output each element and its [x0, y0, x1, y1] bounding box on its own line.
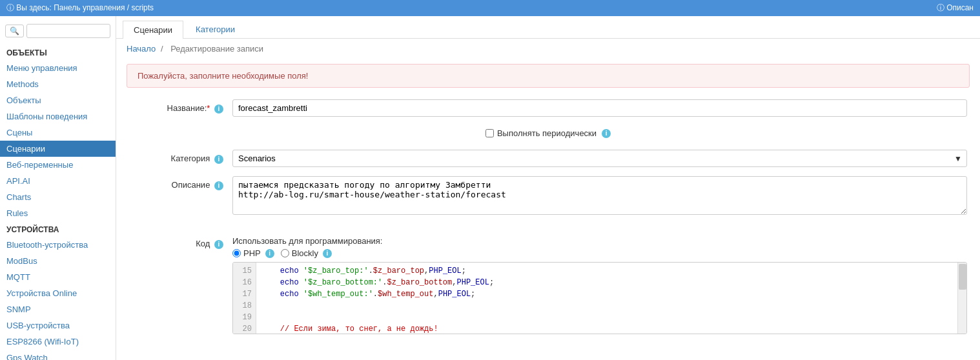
- form-row-description: Описание i пытаемся предсказать погоду п…: [129, 176, 967, 217]
- checkbox-row-periodic: Выполнять периодически i: [129, 126, 967, 141]
- php-label: PHP: [243, 248, 261, 258]
- sidebar: 🔍 ОБЪЕКТЫ Меню управления Methods Объект…: [0, 16, 116, 360]
- tab-categories[interactable]: Категории: [185, 20, 246, 38]
- code-editor: 15 16 17 18 19 20 echo '$z_baro_top:'.$z…: [232, 262, 967, 334]
- code-label-row: Код i Использовать для программирования:…: [129, 236, 967, 334]
- sidebar-item-api-ai[interactable]: API.AI: [0, 173, 116, 189]
- name-input[interactable]: [232, 99, 967, 117]
- description-label: Описание i: [129, 176, 232, 190]
- panel-link[interactable]: Панель управления: [54, 3, 125, 12]
- name-field: [232, 99, 967, 117]
- line-num-17: 17: [237, 288, 252, 300]
- php-radio-option: PHP i: [232, 248, 274, 258]
- category-label: Категория i: [129, 150, 232, 164]
- line-num-19: 19: [237, 312, 252, 323]
- sidebar-item-menu[interactable]: Меню управления: [0, 60, 116, 76]
- top-bar: ⓘ Вы здесь: Панель управления / scripts …: [0, 0, 980, 16]
- breadcrumb-current: scripts: [131, 3, 154, 12]
- code-label: Код i: [129, 236, 232, 249]
- breadcrumb: Начало / Редактирование записи: [116, 39, 980, 59]
- required-star: *: [207, 103, 210, 113]
- sidebar-item-scenes[interactable]: Сцены: [0, 125, 116, 141]
- sidebar-item-objects[interactable]: Объекты: [0, 92, 116, 108]
- code-line-17: echo '$wh_temp_out:'.$wh_temp_out,PHP_EO…: [261, 288, 961, 300]
- code-line-15: echo '$z_baro_top:'.$z_baro_top,PHP_EOL;: [261, 265, 961, 277]
- breadcrumb-home[interactable]: Начало: [127, 44, 156, 54]
- alert-text: Пожалуйста, заполните необходимые поля!: [138, 71, 308, 81]
- php-radio[interactable]: [232, 249, 241, 257]
- sidebar-item-scenarios[interactable]: Сценарии: [0, 141, 116, 157]
- tabs-container: Сценарии Категории: [116, 16, 980, 39]
- code-line-19: [261, 312, 961, 323]
- category-field: Scenarios ▼: [232, 150, 967, 167]
- alert-warning: Пожалуйста, заполните необходимые поля!: [127, 64, 970, 88]
- sidebar-item-snmp[interactable]: SNMP: [0, 301, 116, 317]
- sidebar-item-devices-online[interactable]: Устройства Online: [0, 285, 116, 301]
- line-numbers: 15 16 17 18 19 20: [233, 263, 256, 334]
- code-lines: 15 16 17 18 19 20 echo '$z_baro_top:'.$z…: [233, 263, 966, 334]
- code-content[interactable]: echo '$z_baro_top:'.$z_baro_top,PHP_EOL;…: [256, 263, 966, 334]
- radio-row: PHP i Blockly i: [232, 248, 967, 258]
- section-title-objects: ОБЪЕКТЫ: [0, 45, 116, 60]
- form-container: Название:* i Выполнять периодически i Ка: [116, 93, 980, 232]
- main-content: Сценарии Категории Начало / Редактирован…: [116, 16, 980, 360]
- scrollbar-thumb: [959, 264, 966, 290]
- search-button[interactable]: 🔍: [5, 25, 24, 37]
- blockly-info-icon[interactable]: i: [323, 249, 332, 258]
- description-info-icon[interactable]: i: [214, 181, 223, 190]
- code-area: Использовать для программирования: PHP i…: [232, 236, 967, 334]
- sidebar-item-bluetooth[interactable]: Bluetooth-устройства: [0, 237, 116, 253]
- code-scrollbar[interactable]: [957, 263, 966, 334]
- sidebar-item-charts[interactable]: Charts: [0, 189, 116, 205]
- form-row-category: Категория i Scenarios ▼: [129, 150, 967, 167]
- name-label: Название:* i: [129, 99, 232, 114]
- blockly-radio[interactable]: [281, 249, 289, 257]
- sidebar-item-modbus[interactable]: ModBus: [0, 253, 116, 269]
- name-info-icon[interactable]: i: [214, 105, 223, 114]
- tab-scenarios[interactable]: Сценарии: [123, 21, 183, 39]
- code-line-16: echo '$z_baro_bottom:'.$z_baro_bottom,PH…: [261, 277, 961, 288]
- line-num-15: 15: [237, 265, 252, 277]
- help-link[interactable]: Описан: [946, 3, 974, 12]
- line-num-16: 16: [237, 277, 252, 288]
- description-field: пытаемся предсказать погоду по алгоритму…: [232, 176, 967, 217]
- sidebar-item-methods[interactable]: Methods: [0, 76, 116, 92]
- category-info-icon[interactable]: i: [214, 155, 223, 164]
- help-link-container: ⓘ Описан: [937, 3, 974, 14]
- periodic-label: Выполнять периодически i: [485, 128, 611, 138]
- category-select[interactable]: Scenarios: [232, 150, 967, 167]
- sidebar-item-esp8266[interactable]: ESP8266 (Wifi-IoT): [0, 334, 116, 350]
- code-info-icon[interactable]: i: [214, 240, 223, 249]
- periodic-label-text: Выполнять периодически: [497, 128, 597, 138]
- category-select-wrapper: Scenarios ▼: [232, 150, 967, 167]
- sidebar-item-templates[interactable]: Шаблоны поведения: [0, 108, 116, 125]
- sidebar-item-mqtt[interactable]: MQTT: [0, 269, 116, 285]
- php-info-icon[interactable]: i: [265, 249, 274, 258]
- form-row-name: Название:* i: [129, 99, 967, 117]
- code-use-text: Использовать для программирования:: [232, 236, 967, 246]
- code-section: Код i Использовать для программирования:…: [116, 232, 980, 338]
- breadcrumb-prefix: Вы здесь:: [16, 3, 51, 12]
- breadcrumb-current: Редактирование записи: [170, 44, 263, 54]
- sidebar-item-web-vars[interactable]: Веб-переменные: [0, 157, 116, 173]
- line-num-20: 20: [237, 323, 252, 334]
- code-line-18: [261, 300, 961, 312]
- info-icon: ⓘ: [6, 3, 14, 12]
- code-line-20: // Если зима, то снег, а не дождь!: [261, 323, 961, 334]
- periodic-checkbox[interactable]: [485, 129, 494, 137]
- periodic-info-icon[interactable]: i: [602, 129, 611, 138]
- sidebar-item-gps-watch[interactable]: Gps Watch: [0, 350, 116, 360]
- help-icon: ⓘ: [937, 3, 944, 12]
- search-input[interactable]: [26, 24, 110, 38]
- description-textarea[interactable]: пытаемся предсказать погоду по алгоритму…: [232, 176, 967, 215]
- breadcrumb-nav: ⓘ Вы здесь: Панель управления / scripts: [6, 3, 154, 14]
- blockly-label: Blockly: [292, 248, 318, 258]
- sidebar-search-container: 🔍: [0, 21, 116, 41]
- line-num-18: 18: [237, 300, 252, 312]
- sidebar-item-usb[interactable]: USB-устройства: [0, 317, 116, 334]
- sidebar-item-rules[interactable]: Rules: [0, 205, 116, 221]
- breadcrumb-separator: /: [161, 44, 165, 54]
- blockly-radio-option: Blockly i: [281, 248, 332, 258]
- section-title-devices: УСТРОЙСТВА: [0, 221, 116, 237]
